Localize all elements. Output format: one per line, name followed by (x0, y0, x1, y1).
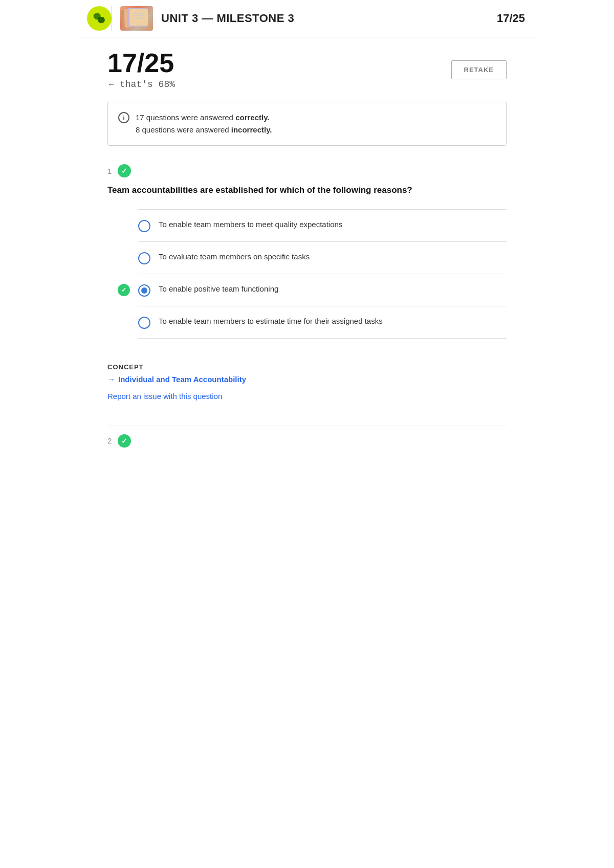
unit-title: UNIT 3 — MILESTONE 3 (161, 12, 294, 25)
option-4-row[interactable]: To enable team members to estimate time … (138, 306, 507, 338)
question-2-preview: 2 ✓ (107, 426, 507, 448)
score-percent: that's 68% (120, 79, 175, 90)
option-3-radio[interactable] (138, 284, 150, 297)
option-2-text: To evaluate team members on specific tas… (159, 251, 310, 263)
page-header: UNIT 3 — MILESTONE 3 17/25 (77, 0, 537, 37)
retake-button[interactable]: RETAKE (451, 60, 507, 79)
option-3-radio-dot (141, 287, 147, 294)
concept-link-text: Individual and Team Accountability (118, 375, 246, 384)
correctly-label: questions were answered correctly. (146, 113, 270, 122)
question-1-options: To enable team members to meet quality e… (138, 209, 507, 339)
option-1-radio[interactable] (138, 220, 150, 232)
incorrectly-count: 8 (136, 125, 140, 134)
svg-rect-4 (129, 9, 148, 26)
thumbnail-image (120, 6, 153, 31)
option-1-text: To enable team members to meet quality e… (159, 219, 342, 231)
option-divider-bottom (138, 338, 507, 339)
option-2-row[interactable]: To evaluate team members on specific tas… (138, 242, 507, 274)
question-1-header: 1 ✓ (107, 164, 507, 177)
correctly-count: 17 (136, 113, 144, 122)
question-1-correct-badge: ✓ (118, 164, 131, 177)
results-info-box: i 17 questions were answered correctly. … (107, 102, 507, 146)
option-4-text: To enable team members to estimate time … (159, 316, 383, 327)
arrow-left-icon: ← (107, 80, 116, 89)
question-2-number: 2 (107, 436, 112, 445)
question-1-text: Team accountabilities are established fo… (107, 184, 414, 197)
header-score: 17/25 (497, 12, 525, 25)
option-2-radio[interactable] (138, 252, 150, 264)
header-divider (112, 6, 112, 31)
incorrectly-bold: incorrectly. (231, 125, 272, 134)
question-2-correct-badge: ✓ (118, 434, 131, 448)
option-3-text: To enable positive team functioning (159, 283, 278, 295)
question-1-number: 1 (107, 167, 112, 175)
incorrectly-label: questions were answered incorrectly. (142, 125, 272, 134)
score-section: 17/25 ← that's 68% RETAKE (107, 50, 507, 90)
score-value: 17/25 (107, 50, 175, 76)
app-logo (87, 6, 112, 31)
results-info-text: 17 questions were answered correctly. 8 … (136, 112, 272, 136)
option-4-radio[interactable] (138, 317, 150, 329)
option-3-correct-indicator: ✓ (118, 284, 130, 296)
score-meta: ← that's 68% (107, 79, 175, 90)
arrow-right-icon: → (107, 375, 115, 384)
option-3-row[interactable]: ✓ To enable positive team functioning (138, 274, 507, 306)
option-1-row[interactable]: To enable team members to meet quality e… (138, 210, 507, 241)
unit-thumbnail (120, 6, 153, 31)
main-content: 17/25 ← that's 68% RETAKE i 17 questions… (77, 37, 537, 460)
report-issue-link[interactable]: Report an issue with this question (107, 392, 222, 400)
correctly-bold: correctly. (235, 113, 269, 122)
concept-link[interactable]: → Individual and Team Accountability (107, 375, 507, 384)
score-display: 17/25 ← that's 68% (107, 50, 175, 90)
info-icon: i (118, 112, 129, 123)
concept-section: CONCEPT → Individual and Team Accountabi… (107, 355, 507, 401)
question-1-block: 1 ✓ Team accountabilities are establishe… (107, 164, 507, 401)
concept-label: CONCEPT (107, 363, 507, 371)
